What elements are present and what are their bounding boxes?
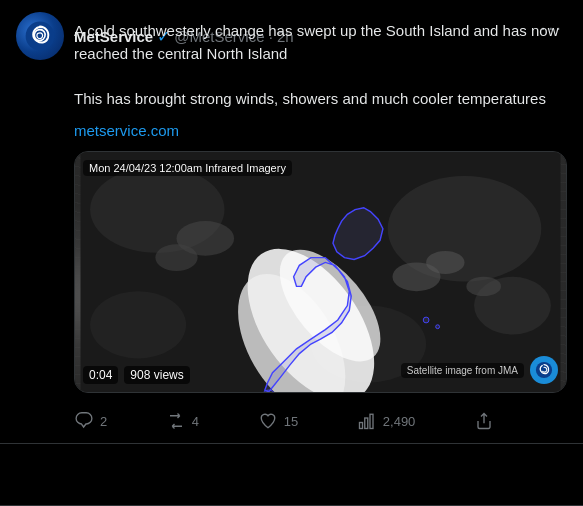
avatar-inner [16,12,64,60]
like-action[interactable]: 15 [258,411,298,431]
tweet-link[interactable]: metservice.com [74,122,567,139]
reply-count: 2 [100,414,107,429]
tweet-card: MetService ✓ @MetService · 2h ··· A cold… [0,0,583,506]
retweet-action[interactable]: 4 [166,411,199,431]
tweet-content: A cold southwesterly change has swept up… [74,20,567,443]
svg-point-13 [466,277,501,296]
svg-rect-19 [359,423,362,429]
tweet-text-line2: This has brought strong winds, showers a… [74,90,546,107]
tweet-actions: 2 4 15 [74,403,494,443]
share-icon [474,411,494,431]
tweet-text: A cold southwesterly change has swept up… [74,20,567,110]
reply-icon [74,411,94,431]
svg-rect-21 [370,414,373,428]
tweet-text-line1: A cold southwesterly change has swept up… [74,22,558,62]
svg-rect-20 [365,418,368,429]
satellite-credit: Satellite image from JMA [401,363,524,378]
svg-point-17 [436,325,440,329]
like-count: 15 [284,414,298,429]
metservice-logo-small [530,356,558,384]
retweet-count: 4 [192,414,199,429]
tweet-image-container[interactable]: Mon 24/04/23 12:00am Infrared Imagery 0:… [74,151,567,393]
svg-point-16 [423,317,429,323]
avatar[interactable] [16,12,64,60]
reply-action[interactable]: 2 [74,411,107,431]
svg-point-12 [426,251,464,274]
analytics-count: 2,490 [383,414,416,429]
analytics-action[interactable]: 2,490 [357,411,416,431]
svg-point-5 [90,291,186,358]
satellite-image: Mon 24/04/23 12:00am Infrared Imagery 0:… [75,152,566,392]
heart-icon [258,411,278,431]
tweet-separator [0,443,583,444]
retweet-icon [166,411,186,431]
share-action[interactable] [474,411,494,431]
image-bottom-right: Satellite image from JMA [401,356,558,384]
image-bottom-left: 0:04 908 views [83,366,190,384]
views-badge: 908 views [124,366,189,384]
video-time-badge: 0:04 [83,366,118,384]
analytics-icon [357,411,377,431]
svg-point-15 [155,244,197,271]
image-timestamp-label: Mon 24/04/23 12:00am Infrared Imagery [83,160,292,176]
